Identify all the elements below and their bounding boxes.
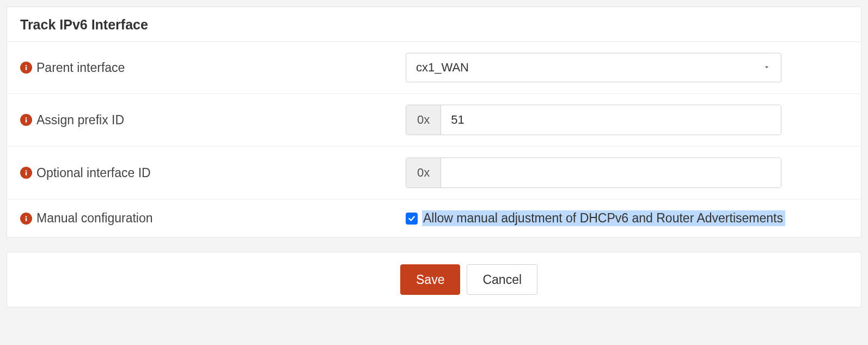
assign-prefix-id-group: 0x [406, 105, 781, 135]
cancel-button[interactable]: Cancel [467, 264, 537, 295]
info-icon[interactable] [20, 62, 32, 74]
label-assign-prefix-id: Assign prefix ID [20, 113, 400, 128]
assign-prefix-id-input[interactable] [441, 105, 781, 135]
optional-interface-id-group: 0x [406, 158, 781, 188]
field-label: Parent interface [36, 60, 125, 75]
parent-interface-select[interactable]: cx1_WAN [406, 53, 781, 82]
svg-rect-1 [26, 67, 27, 70]
hex-prefix-addon: 0x [406, 105, 441, 135]
svg-point-6 [26, 216, 27, 217]
manual-configuration-checkbox[interactable] [406, 213, 418, 225]
info-icon[interactable] [20, 167, 32, 179]
row-assign-prefix-id: Assign prefix ID 0x [7, 94, 861, 147]
label-manual-configuration: Manual configuration [20, 211, 400, 226]
panel-header: Track IPv6 Interface [7, 7, 861, 42]
row-parent-interface: Parent interface cx1_WAN [7, 42, 861, 94]
row-manual-configuration: Manual configuration Allow manual adjust… [7, 199, 861, 237]
track-ipv6-panel: Track IPv6 Interface Parent interface cx… [7, 7, 861, 238]
select-value: cx1_WAN [416, 60, 469, 75]
row-optional-interface-id: Optional interface ID 0x [7, 147, 861, 199]
svg-point-4 [26, 170, 27, 172]
field-label: Manual configuration [36, 211, 153, 226]
manual-configuration-checkbox-label[interactable]: Allow manual adjustment of DHCPv6 and Ro… [422, 210, 785, 226]
svg-point-0 [26, 65, 27, 66]
label-parent-interface: Parent interface [20, 60, 400, 75]
svg-rect-7 [26, 217, 27, 221]
button-bar: Save Cancel [7, 252, 861, 307]
caret-down-icon [762, 60, 771, 75]
label-optional-interface-id: Optional interface ID [20, 166, 400, 180]
field-label: Optional interface ID [36, 166, 151, 180]
info-icon[interactable] [20, 114, 32, 126]
svg-rect-3 [26, 119, 27, 123]
save-button[interactable]: Save [400, 264, 460, 295]
field-label: Assign prefix ID [36, 113, 124, 128]
svg-rect-5 [26, 172, 27, 175]
optional-interface-id-input[interactable] [441, 158, 781, 187]
panel-title: Track IPv6 Interface [20, 17, 148, 32]
svg-point-2 [26, 117, 27, 119]
info-icon[interactable] [20, 213, 32, 225]
hex-prefix-addon: 0x [406, 158, 441, 187]
